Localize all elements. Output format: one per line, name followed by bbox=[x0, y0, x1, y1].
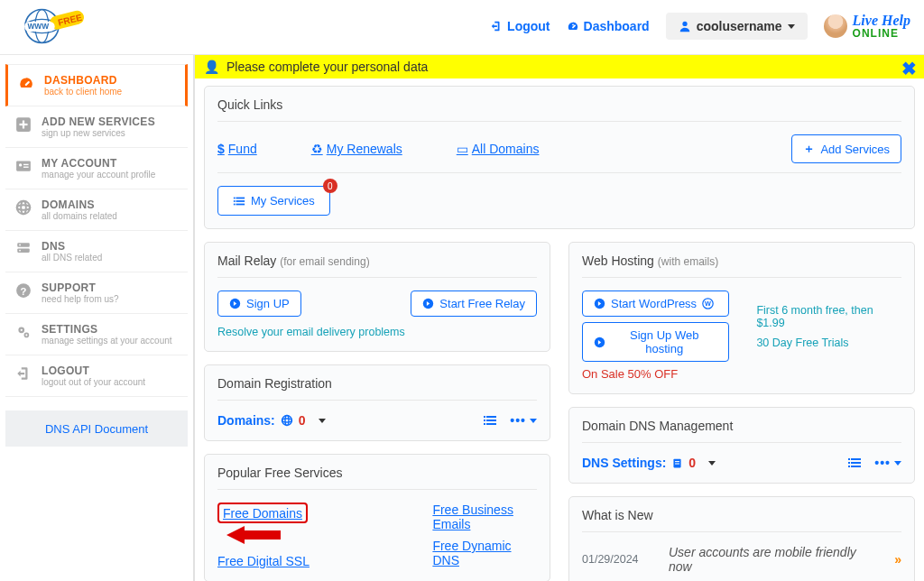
svg-rect-42 bbox=[484, 420, 485, 421]
sidebar-item-support[interactable]: ? SUPPORTneed help from us? bbox=[5, 272, 188, 314]
svg-rect-15 bbox=[23, 167, 29, 168]
news-item[interactable]: 01/29/2024 User accounts are mobile frie… bbox=[582, 545, 901, 574]
sidebar-item-label: DOMAINS bbox=[42, 198, 117, 211]
svg-rect-33 bbox=[234, 203, 236, 205]
svg-point-39 bbox=[285, 416, 289, 426]
free-dynamic-dns-link[interactable]: Free Dynamic DNS bbox=[432, 539, 537, 567]
user-menu[interactable]: coolusername bbox=[666, 13, 808, 40]
svg-point-13 bbox=[19, 163, 22, 166]
live-help[interactable]: Live Help ONLINE bbox=[824, 14, 910, 39]
quick-links-card: Quick Links $ Fund ♻ My Renewals ▭ All D… bbox=[204, 86, 915, 229]
svg-text:W: W bbox=[705, 300, 711, 308]
arrow-circle-right-icon bbox=[229, 298, 241, 309]
sidebar-item-label: DASHBOARD bbox=[44, 74, 122, 87]
arrow-circle-right-icon bbox=[594, 337, 605, 348]
signup-web-hosting-button[interactable]: Sign Up Web hosting bbox=[582, 322, 729, 362]
svg-rect-41 bbox=[486, 416, 496, 418]
list-view-icon[interactable] bbox=[847, 456, 862, 470]
svg-rect-14 bbox=[23, 164, 29, 165]
doc-icon bbox=[671, 457, 683, 469]
live-help-status: ONLINE bbox=[853, 28, 910, 39]
alert-close-button[interactable]: ✖ bbox=[901, 58, 917, 79]
caret-down-icon bbox=[319, 419, 326, 423]
agent-avatar-icon bbox=[824, 14, 847, 38]
domains-dropdown[interactable]: Domains: 0 bbox=[217, 413, 326, 428]
news-date: 01/29/2024 bbox=[582, 553, 652, 566]
my-renewals-link[interactable]: ♻ My Renewals bbox=[311, 142, 402, 156]
svg-point-21 bbox=[19, 244, 21, 246]
sidebar-item-sub: all domains related bbox=[42, 211, 117, 221]
svg-rect-57 bbox=[851, 462, 861, 464]
free-domains-link[interactable]: Free Domains bbox=[223, 506, 302, 521]
user-icon bbox=[679, 20, 691, 32]
all-domains-link[interactable]: ▭ All Domains bbox=[457, 142, 540, 156]
logout-link[interactable]: Logout bbox=[490, 19, 550, 33]
svg-marker-46 bbox=[226, 526, 281, 544]
sidebar-item-dashboard[interactable]: DASHBOARDback to client home bbox=[5, 64, 188, 106]
svg-rect-34 bbox=[236, 203, 245, 205]
svg-point-22 bbox=[19, 250, 21, 252]
svg-point-17 bbox=[17, 205, 31, 210]
more-actions-dropdown[interactable]: ••• bbox=[510, 413, 537, 428]
logo[interactable]: FREE WWW bbox=[14, 7, 93, 45]
dns-count: 0 bbox=[688, 456, 696, 470]
free-digital-ssl-link[interactable]: Free Digital SSL bbox=[217, 554, 351, 568]
sidebar-item-sub: need help from us? bbox=[42, 294, 119, 304]
svg-point-16 bbox=[17, 201, 31, 215]
gauge-icon bbox=[17, 74, 35, 92]
svg-rect-29 bbox=[234, 197, 236, 198]
arrow-circle-right-icon bbox=[422, 298, 434, 309]
topnav: Logout Dashboard coolusername Live Help … bbox=[490, 13, 910, 40]
sidebar-item-logout[interactable]: LOGOUTlogout out of your account bbox=[5, 355, 188, 397]
sidebar-item-label: DNS bbox=[42, 240, 102, 253]
sidebar-item-label: LOGOUT bbox=[42, 364, 145, 377]
caret-down-icon bbox=[708, 461, 716, 466]
svg-rect-55 bbox=[851, 458, 861, 460]
more-actions-dropdown[interactable]: ••• bbox=[874, 456, 901, 470]
dns-api-doc-link[interactable]: DNS API Document bbox=[45, 422, 148, 436]
free-business-emails-link[interactable]: Free Business Emails bbox=[432, 503, 537, 531]
dollar-icon: $ bbox=[217, 142, 225, 156]
domain-dns-card: Domain DNS Management DNS Settings: 0 bbox=[568, 407, 915, 484]
svg-text:WWW: WWW bbox=[27, 22, 49, 31]
svg-point-8 bbox=[682, 22, 687, 26]
start-wordpress-button[interactable]: Start WordPress W bbox=[582, 290, 729, 317]
free-domains-highlight-box: Free Domains bbox=[217, 503, 308, 523]
my-services-badge: 0 bbox=[323, 179, 337, 193]
svg-point-28 bbox=[25, 334, 27, 336]
user-edit-icon: 👤 bbox=[204, 60, 219, 74]
promo-30-day[interactable]: 30 Day Free Trials bbox=[756, 337, 901, 349]
sidebar-item-domains[interactable]: DOMAINSall domains related bbox=[5, 189, 188, 231]
sidebar-item-sub: all DNS related bbox=[42, 253, 102, 263]
start-free-relay-button[interactable]: Start Free Relay bbox=[411, 290, 537, 317]
svg-point-38 bbox=[282, 419, 291, 422]
sidebar-item-label: ADD NEW SERVICES bbox=[42, 115, 155, 128]
dns-settings-dropdown[interactable]: DNS Settings: 0 bbox=[582, 456, 716, 470]
fund-link[interactable]: $ Fund bbox=[217, 142, 257, 156]
svg-rect-31 bbox=[234, 200, 236, 202]
dns-api-doc[interactable]: DNS API Document bbox=[5, 410, 188, 447]
list-view-icon[interactable] bbox=[483, 413, 497, 428]
dashboard-label: Dashboard bbox=[584, 19, 650, 33]
wordpress-icon: W bbox=[702, 298, 714, 309]
sidebar-item-my-account[interactable]: MY ACCOUNTmanage your account profile bbox=[5, 148, 188, 189]
my-services-button[interactable]: My Services bbox=[217, 186, 330, 216]
sidebar-item-label: SUPPORT bbox=[42, 281, 119, 294]
svg-rect-52 bbox=[675, 461, 679, 462]
sidebar-item-settings[interactable]: SETTINGSmanage settings at your account bbox=[5, 314, 188, 355]
svg-rect-32 bbox=[236, 200, 245, 202]
news-title: User accounts are mobile friendly now bbox=[669, 545, 873, 574]
sidebar-item-dns[interactable]: DNSall DNS related bbox=[5, 231, 188, 272]
dashboard-link[interactable]: Dashboard bbox=[567, 19, 650, 33]
domain-registration-card: Domain Registration Domains: 0 ••• bbox=[204, 364, 550, 441]
sidebar-item-label: MY ACCOUNT bbox=[42, 157, 155, 170]
exit-icon bbox=[14, 364, 32, 383]
promo-six-month[interactable]: First 6 month free, then $1.99 bbox=[756, 304, 901, 329]
what-is-new-heading: What is New bbox=[582, 508, 901, 522]
add-services-button[interactable]: ＋ Add Services bbox=[791, 134, 901, 163]
mail-relay-card: Mail Relay (for email sending) Sign UP S… bbox=[204, 242, 550, 352]
resolve-delivery-link[interactable]: Resolve your email delivery problems bbox=[217, 326, 405, 338]
mail-signup-button[interactable]: Sign UP bbox=[217, 290, 301, 317]
popular-free-services-heading: Popular Free Services bbox=[217, 466, 537, 480]
sidebar-item-add-services[interactable]: ADD NEW SERVICESsign up new services bbox=[5, 106, 188, 148]
